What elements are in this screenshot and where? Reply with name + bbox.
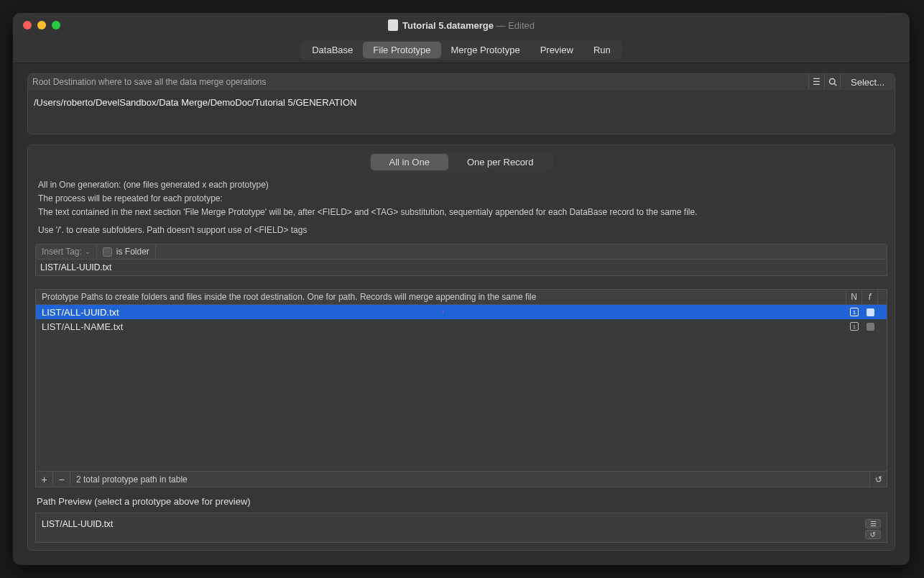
is-folder-checkbox[interactable] (103, 247, 112, 257)
insert-bar: Insert Tag: ⌄ is Folder (35, 244, 887, 260)
window-title: Tutorial 5.datamerge — Edited (388, 19, 535, 31)
tab-database[interactable]: DataBase (302, 42, 363, 58)
search-icon[interactable] (825, 74, 841, 90)
destination-label: Root Destination where to save all the d… (28, 74, 809, 90)
help-text: All in One generation: (one files genera… (35, 179, 887, 244)
path-input[interactable]: LIST/ALL-UUID.txt (35, 260, 887, 276)
prototype-table: Prototype Paths to create folders and fi… (35, 289, 887, 487)
tab-merge-prototype[interactable]: Merge Prototype (441, 42, 530, 58)
chevron-down-icon: ⌄ (85, 248, 91, 255)
help-line-4: Use '/'. to create subfolders. Path does… (38, 224, 884, 237)
row-marker-icon: · (442, 307, 444, 316)
list-icon[interactable]: ☰ (809, 74, 825, 90)
svg-point-0 (829, 79, 835, 85)
select-destination-button[interactable]: Select... (841, 74, 895, 90)
n-badge-icon: 1 (850, 308, 859, 316)
folder-badge-icon (867, 308, 874, 316)
tab-preview[interactable]: Preview (530, 42, 583, 58)
n-badge-icon: 1 (850, 322, 859, 331)
traffic-lights (23, 21, 60, 29)
preview-list-button[interactable]: ☰ (865, 519, 881, 528)
help-line-1: All in One generation: (one files genera… (38, 179, 884, 191)
table-row[interactable]: LIST/ALL-NAME.txt 1 (36, 319, 887, 334)
col-header-path: Prototype Paths to create folders and fi… (36, 290, 846, 304)
col-header-f[interactable]: f (862, 290, 878, 304)
table-row[interactable]: LIST/ALL-UUID.txt · 1 (36, 305, 887, 319)
close-window-button[interactable] (23, 21, 32, 29)
add-row-button[interactable]: + (36, 472, 53, 487)
generation-mode-group: All in One One per Record (369, 152, 554, 172)
document-icon (388, 19, 398, 31)
tab-file-prototype[interactable]: File Prototype (363, 42, 440, 58)
svg-line-1 (834, 83, 836, 86)
preview-value: LIST/ALL-UUID.txt (42, 519, 865, 536)
is-folder-toggle[interactable]: is Folder (97, 244, 156, 259)
row-path: LIST/ALL-UUID.txt (42, 307, 119, 318)
table-footer: + − 2 total prototype path in table ↻ (36, 471, 887, 487)
help-line-3: The text contained in the next section '… (38, 206, 884, 219)
folder-badge-icon (867, 323, 874, 331)
remove-row-button[interactable]: − (53, 472, 70, 487)
is-folder-label: is Folder (116, 247, 149, 257)
main-tab-group: DataBase File Prototype Merge Prototype … (300, 40, 622, 60)
destination-panel: Root Destination where to save all the d… (27, 73, 895, 134)
main-toolbar: DataBase File Prototype Merge Prototype … (13, 37, 910, 63)
preview-label: Path Preview (select a prototype above f… (35, 496, 887, 507)
minimize-window-button[interactable] (37, 21, 46, 29)
preview-box: LIST/ALL-UUID.txt ☰ ↻ (35, 513, 887, 543)
prototype-panel: All in One One per Record All in One gen… (27, 144, 895, 551)
help-line-2: The process will be repeated for each pr… (38, 193, 884, 205)
table-body: LIST/ALL-UUID.txt · 1 LIST/ALL-NAME.txt … (36, 305, 887, 471)
row-path: LIST/ALL-NAME.txt (42, 321, 123, 332)
edited-indicator: — Edited (496, 20, 535, 31)
mode-one-per-record[interactable]: One per Record (448, 154, 553, 170)
preview-refresh-button[interactable]: ↻ (865, 530, 881, 539)
titlebar: Tutorial 5.datamerge — Edited (13, 13, 910, 37)
tab-run[interactable]: Run (583, 42, 621, 58)
insert-tag-dropdown[interactable]: Insert Tag: ⌄ (36, 244, 97, 259)
mode-all-in-one[interactable]: All in One (371, 154, 448, 170)
zoom-window-button[interactable] (52, 21, 60, 29)
content-area: Root Destination where to save all the d… (13, 63, 910, 565)
col-header-n[interactable]: N (846, 290, 862, 304)
app-window: Tutorial 5.datamerge — Edited DataBase F… (13, 13, 910, 565)
table-header: Prototype Paths to create folders and fi… (36, 290, 887, 305)
destination-path: /Users/roberto/DevelSandbox/Data Merge/D… (28, 90, 895, 134)
title-text: Tutorial 5.datamerge (402, 20, 494, 31)
destination-header: Root Destination where to save all the d… (28, 74, 895, 90)
row-count-label: 2 total prototype path in table (70, 474, 869, 485)
refresh-table-button[interactable]: ↻ (869, 472, 887, 487)
